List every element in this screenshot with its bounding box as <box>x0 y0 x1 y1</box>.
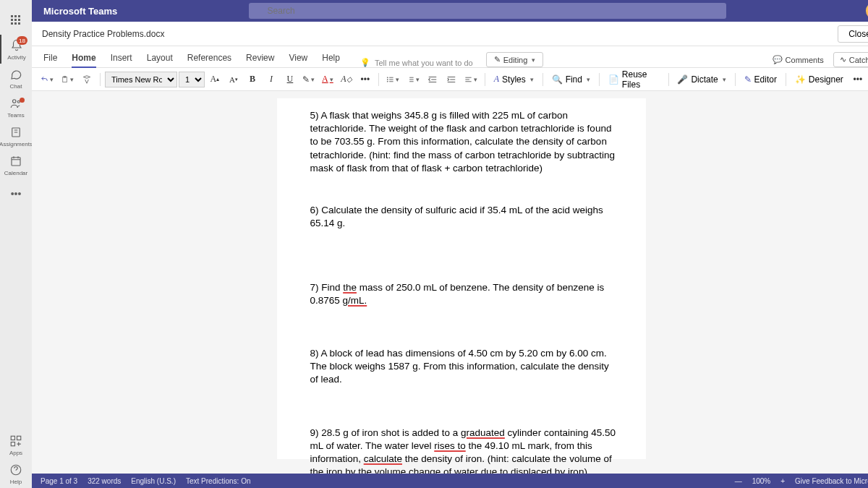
numbering-button[interactable]: ▾ <box>404 71 422 88</box>
font-color-button[interactable]: A▾ <box>319 71 336 88</box>
find-label: Find <box>566 74 582 85</box>
increase-indent-button[interactable] <box>443 71 460 88</box>
teams-notification-dot <box>20 98 25 103</box>
grow-font-button[interactable]: A▴ <box>206 71 224 88</box>
pencil-icon: ✎ <box>494 55 501 64</box>
zoom-level[interactable]: 100% <box>752 477 771 485</box>
align-button[interactable]: ▾ <box>461 71 480 88</box>
tab-file[interactable]: File <box>36 48 64 67</box>
comments-button[interactable]: 💬 Comments <box>766 52 830 67</box>
language-indicator[interactable]: English (U.S.) <box>131 477 176 485</box>
separator <box>100 73 101 86</box>
designer-label: Designer <box>809 74 843 85</box>
document-page[interactable]: 5) A flask that weighs 345.8 g is filled… <box>277 98 646 459</box>
lightbulb-icon: 💡 <box>360 58 370 67</box>
comment-icon: 💬 <box>773 55 783 64</box>
italic-button[interactable]: I <box>263 71 280 88</box>
reuse-files-button[interactable]: 📄Reuse Files <box>604 69 664 90</box>
zoom-in-button[interactable]: + <box>778 477 788 485</box>
nav-chat[interactable]: Chat <box>0 64 32 93</box>
mic-icon: 🎤 <box>677 74 688 85</box>
nav-assignments[interactable]: Assignments <box>0 121 32 150</box>
svg-rect-14 <box>17 436 21 440</box>
doc-header: Density Practice Problems.docx Close <box>32 22 868 46</box>
font-name-select[interactable]: Times New Ro... <box>105 72 177 87</box>
tell-me-label: Tell me what you want to do <box>375 59 473 67</box>
nav-calendar[interactable]: Calendar <box>0 150 32 179</box>
more-font-button[interactable]: ••• <box>357 71 374 88</box>
nav-help-label: Help <box>10 479 22 485</box>
catchup-label: Catch up <box>849 56 868 64</box>
svg-rect-1 <box>14 15 17 17</box>
shrink-font-button[interactable]: A▾ <box>225 71 242 88</box>
find-button[interactable]: 🔍Find▾ <box>548 74 595 85</box>
undo-button[interactable]: ▾ <box>38 71 56 88</box>
nav-activity[interactable]: 18 Activity <box>0 35 32 64</box>
tab-view[interactable]: View <box>281 48 315 67</box>
svg-point-22 <box>387 81 388 82</box>
nav-apps[interactable]: Apps <box>0 430 32 459</box>
clear-formatting-button[interactable]: A◇ <box>338 71 355 88</box>
chevron-down-icon: ▾ <box>587 76 590 83</box>
svg-point-9 <box>13 99 17 103</box>
feedback-link[interactable]: Give Feedback to Microsoft <box>795 477 868 485</box>
format-painter-button[interactable] <box>78 71 95 88</box>
nav-teams[interactable]: Teams <box>0 93 32 121</box>
decrease-indent-button[interactable] <box>424 71 441 88</box>
question-8: 8) A block of lead has dimensions of 4.5… <box>310 347 618 387</box>
ribbon-right: 💬 Comments ∿ Catch up <box>766 52 868 67</box>
dictate-label: Dictate <box>691 74 718 85</box>
separator <box>542 73 543 86</box>
toolbar: ▾ ▾ Times New Ro... 14 A▴ A▾ B I U ✎▾ A▾… <box>32 68 868 91</box>
main-area: Microsoft Teams Density Practice Problem… <box>32 0 868 488</box>
dictate-button[interactable]: 🎤Dictate▾ <box>673 74 730 85</box>
tab-help[interactable]: Help <box>315 48 347 67</box>
tab-review[interactable]: Review <box>239 48 281 67</box>
zoom-out-button[interactable]: — <box>732 477 745 485</box>
svg-rect-13 <box>11 436 14 440</box>
calendar-icon <box>9 154 23 168</box>
styles-button[interactable]: AStyles▾ <box>490 74 538 85</box>
more-toolbar-button[interactable]: ••• <box>849 71 867 88</box>
tab-home[interactable]: Home <box>64 48 103 67</box>
tab-references[interactable]: References <box>180 48 239 67</box>
document-scroll[interactable]: 5) A flask that weighs 345.8 g is filled… <box>32 91 868 474</box>
more-icon: ••• <box>9 187 23 201</box>
svg-rect-5 <box>18 19 20 21</box>
svg-rect-8 <box>18 22 20 25</box>
nav-more[interactable]: ••• <box>0 179 32 208</box>
tell-me-search[interactable]: 💡 Tell me what you want to do <box>360 58 473 67</box>
tab-layout[interactable]: Layout <box>140 48 180 67</box>
chevron-down-icon: ▾ <box>311 76 315 83</box>
chevron-down-icon: ▾ <box>474 76 477 83</box>
paste-button[interactable]: ▾ <box>58 71 77 88</box>
close-button[interactable]: Close <box>838 25 868 43</box>
reuse-icon: 📄 <box>608 74 619 85</box>
nav-teams-label: Teams <box>7 112 25 119</box>
underline-button[interactable]: U <box>281 71 299 88</box>
topbar: Microsoft Teams <box>32 0 868 22</box>
question-9: 9) 28.5 g of iron shot is added to a gra… <box>310 427 618 474</box>
page-indicator[interactable]: Page 1 of 3 <box>41 477 77 485</box>
nav-help[interactable]: Help <box>0 459 32 488</box>
highlight-button[interactable]: ✎▾ <box>300 71 318 88</box>
search-input[interactable] <box>249 3 726 19</box>
word-count[interactable]: 322 words <box>88 477 121 485</box>
waffle-menu[interactable] <box>0 6 32 35</box>
catchup-button[interactable]: ∿ Catch up <box>833 52 868 67</box>
editor-icon: ✎ <box>744 74 752 85</box>
bullets-button[interactable]: ▾ <box>383 71 402 88</box>
svg-rect-4 <box>14 19 17 21</box>
tab-insert[interactable]: Insert <box>103 48 140 67</box>
styles-label: Styles <box>502 74 526 85</box>
font-size-select[interactable]: 14 <box>179 72 205 87</box>
text-predictions[interactable]: Text Predictions: On <box>186 477 250 485</box>
catchup-icon: ∿ <box>840 55 846 64</box>
chevron-down-icon: ▾ <box>396 76 399 83</box>
editor-button[interactable]: ✎Editor <box>740 74 781 85</box>
editing-mode-button[interactable]: ✎ Editing ▾ <box>486 52 544 67</box>
designer-button[interactable]: ✨Designer <box>791 74 848 85</box>
designer-icon: ✨ <box>795 74 806 85</box>
bold-button[interactable]: B <box>244 71 261 88</box>
nav-chat-label: Chat <box>10 83 22 90</box>
